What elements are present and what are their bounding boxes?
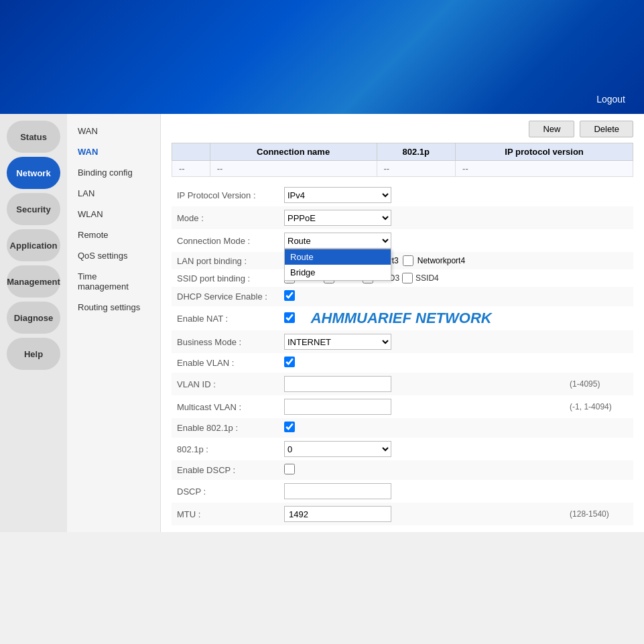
- select-connection-mode[interactable]: Route: [284, 233, 391, 249]
- row-ip-protocol: IP Protocol Version : IPv4: [172, 184, 633, 206]
- select-business-mode[interactable]: INTERNET: [284, 334, 391, 350]
- value-dhcp: [279, 287, 564, 306]
- row-dhcp: DHCP Service Enable :: [172, 287, 633, 306]
- table-row: -- -- -- --: [172, 161, 633, 177]
- label-dscp: DSCP :: [172, 480, 279, 503]
- nav-network[interactable]: Network: [7, 157, 60, 189]
- row-connection-mode: Connection Mode : Route Route Bridge: [172, 229, 633, 252]
- col-empty: [172, 143, 210, 161]
- value-connection-mode: Route Route Bridge: [279, 229, 564, 252]
- submenu-wlan[interactable]: WLAN: [67, 204, 160, 224]
- cell-1: --: [172, 161, 210, 177]
- select-mode[interactable]: PPPoE: [284, 210, 391, 226]
- label-vlan-id: VLAN ID :: [172, 373, 279, 395]
- row-ssid-port: SSID port binding : SSID1 SSID2 SSID3 SS…: [172, 269, 633, 287]
- label-ip-protocol: IP Protocol Version :: [172, 184, 279, 206]
- select-ip-protocol[interactable]: IPv4: [284, 187, 391, 203]
- select-dot1p[interactable]: 0: [284, 441, 391, 457]
- delete-button[interactable]: Delete: [580, 121, 633, 137]
- nav-diagnose[interactable]: Diagnose: [7, 302, 60, 334]
- label-8021p: 802.1p :: [172, 438, 279, 460]
- row-enable-8021p: Enable 802.1p :: [172, 418, 633, 438]
- dropdown-list: Route Bridge: [284, 249, 391, 281]
- value-8021p: 0: [279, 438, 564, 460]
- value-enable-dscp: [279, 460, 564, 480]
- dot1p-enable-checkbox[interactable]: [284, 422, 295, 432]
- connection-mode-dropdown[interactable]: Route Route Bridge: [284, 233, 391, 249]
- value-multicast-vlan: [279, 395, 564, 418]
- logout-button[interactable]: Logout: [591, 91, 631, 107]
- label-ssid-port: SSID port binding :: [172, 269, 279, 287]
- row-dscp: DSCP :: [172, 480, 633, 503]
- hint-vlan-id: (1-4095): [564, 373, 633, 395]
- vlan-checkbox[interactable]: [284, 357, 295, 367]
- option-route[interactable]: Route: [285, 249, 391, 265]
- main-layout: Status Network Security Application Mana…: [0, 114, 644, 532]
- row-enable-dscp: Enable DSCP :: [172, 460, 633, 480]
- submenu-remote[interactable]: Remote: [67, 224, 160, 245]
- label-enable-vlan: Enable VLAN :: [172, 353, 279, 373]
- top-banner: Logout: [0, 0, 644, 114]
- cell-4: --: [456, 161, 633, 177]
- submenu-wan-top[interactable]: WAN: [67, 121, 160, 141]
- value-ip-protocol: IPv4: [279, 184, 564, 206]
- dscp-enable-checkbox[interactable]: [284, 464, 295, 474]
- value-vlan-id: [279, 373, 564, 395]
- nav-security[interactable]: Security: [7, 193, 60, 225]
- networkport4-label: Networkport4: [417, 256, 465, 265]
- watermark-text: AHMMUARIEF NETWORK: [298, 310, 492, 327]
- label-lan-port: LAN port binding :: [172, 252, 279, 269]
- cell-3: --: [377, 161, 456, 177]
- sidebar: Status Network Security Application Mana…: [0, 114, 67, 532]
- nav-help[interactable]: Help: [7, 338, 60, 370]
- value-mtu: [279, 503, 564, 525]
- connection-table: Connection name 802.1p IP protocol versi…: [172, 143, 633, 177]
- col-8021p: 802.1p: [377, 143, 456, 161]
- value-mode: PPPoE: [279, 206, 564, 229]
- ssid4-label: SSID4: [415, 273, 439, 283]
- label-multicast-vlan: Multicast VLAN :: [172, 395, 279, 418]
- ssid4-checkbox[interactable]: [402, 273, 413, 283]
- new-button[interactable]: New: [529, 121, 574, 137]
- value-enable-8021p: [279, 418, 564, 438]
- option-bridge[interactable]: Bridge: [285, 265, 391, 280]
- hint-mtu: (128-1540): [564, 503, 633, 525]
- nav-status[interactable]: Status: [7, 121, 60, 153]
- submenu: WAN WAN Binding config LAN WLAN Remote Q…: [67, 114, 161, 532]
- nav-management[interactable]: Management: [7, 265, 60, 298]
- value-nat: AHMMUARIEF NETWORK: [279, 306, 564, 330]
- dscp-input[interactable]: [284, 483, 391, 499]
- multicast-vlan-input[interactable]: [284, 399, 391, 415]
- label-enable-8021p: Enable 802.1p :: [172, 418, 279, 438]
- label-mode: Mode :: [172, 206, 279, 229]
- nat-checkbox[interactable]: [284, 312, 295, 323]
- submenu-qos[interactable]: QoS settings: [67, 245, 160, 266]
- dhcp-checkbox[interactable]: [284, 290, 295, 301]
- submenu-time[interactable]: Time management: [67, 266, 160, 297]
- value-enable-vlan: [279, 353, 564, 373]
- form-table: IP Protocol Version : IPv4 Mode : PPPoE: [172, 184, 633, 525]
- row-vlan-id: VLAN ID : (1-4095): [172, 373, 633, 395]
- row-nat: Enable NAT : AHMMUARIEF NETWORK: [172, 306, 633, 330]
- label-nat: Enable NAT :: [172, 306, 279, 330]
- label-dhcp: DHCP Service Enable :: [172, 287, 279, 306]
- row-mode: Mode : PPPoE: [172, 206, 633, 229]
- submenu-binding[interactable]: Binding config: [67, 162, 160, 183]
- mtu-input[interactable]: [284, 506, 391, 522]
- col-ip-protocol: IP protocol version: [456, 143, 633, 161]
- value-business-mode: INTERNET: [279, 330, 564, 353]
- value-dscp: [279, 480, 564, 503]
- submenu-routing[interactable]: Routing settings: [67, 297, 160, 318]
- row-lan-port: LAN port binding : Networkport2 Networkp…: [172, 252, 633, 269]
- submenu-wan[interactable]: WAN: [67, 141, 160, 162]
- nav-application[interactable]: Application: [7, 229, 60, 261]
- vlan-id-input[interactable]: [284, 376, 391, 392]
- networkport4-checkbox[interactable]: [403, 255, 413, 266]
- row-8021p: 802.1p : 0: [172, 438, 633, 460]
- label-enable-dscp: Enable DSCP :: [172, 460, 279, 480]
- submenu-lan[interactable]: LAN: [67, 183, 160, 204]
- content-area: New Delete Connection name 802.1p IP pro…: [161, 114, 644, 532]
- row-multicast-vlan: Multicast VLAN : (-1, 1-4094): [172, 395, 633, 418]
- row-enable-vlan: Enable VLAN :: [172, 353, 633, 373]
- col-connection-name: Connection name: [210, 143, 377, 161]
